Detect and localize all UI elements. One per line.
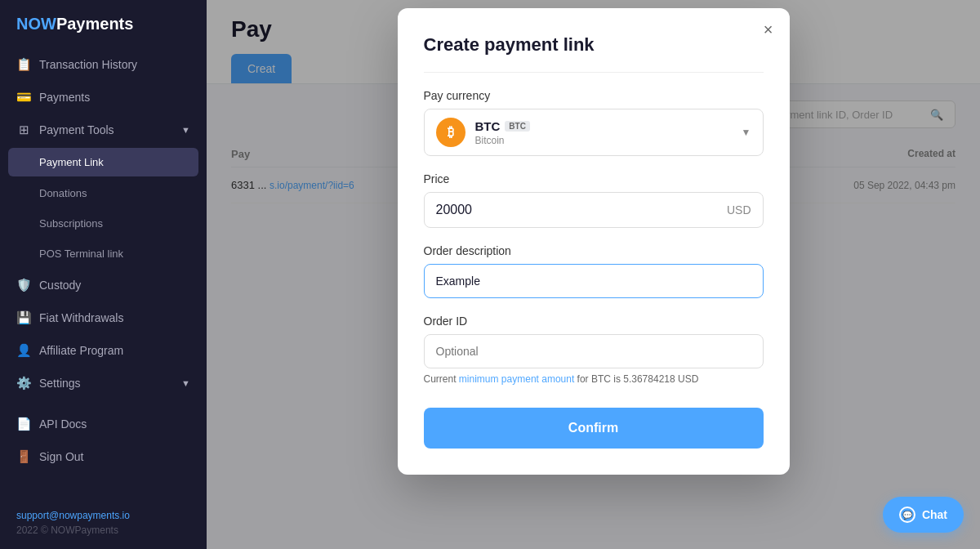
modal-title: Create payment link (424, 34, 764, 56)
price-label: Price (424, 172, 764, 185)
order-id-group: Order ID Current minimum payment amount … (424, 315, 764, 385)
hint-prefix: Current (424, 373, 459, 385)
chat-button[interactable]: 💬 Chat (883, 497, 964, 533)
sidebar-label-custody: Custody (39, 279, 81, 292)
sidebar-item-api-docs[interactable]: 📄 API Docs (0, 408, 207, 440)
settings-icon: ⚙️ (16, 376, 31, 391)
order-description-group: Order description (424, 244, 764, 298)
sidebar-item-pos-terminal[interactable]: POS Terminal link (0, 239, 207, 269)
pay-currency-group: Pay currency ₿ BTC BTC Bitcoin ▼ (424, 89, 764, 156)
currency-name: BTC BTC (475, 119, 732, 133)
sidebar-item-settings[interactable]: ⚙️ Settings ▼ (0, 367, 207, 399)
chat-icon: 💬 (899, 507, 915, 523)
order-description-label: Order description (424, 244, 764, 257)
sidebar-label-subscriptions: Subscriptions (39, 217, 103, 230)
currency-dropdown-arrow: ▼ (742, 127, 751, 138)
sidebar-item-subscriptions[interactable]: Subscriptions (0, 208, 207, 239)
price-group: Price 20000 USD (424, 172, 764, 228)
payment-tools-arrow: ▼ (181, 125, 190, 135)
hint-suffix: for BTC is 5.36784218 USD (574, 373, 698, 385)
currency-symbol-text: BTC (475, 119, 501, 133)
transaction-history-icon: 📋 (16, 57, 31, 72)
modal-overlay: × Create payment link Pay currency ₿ BTC… (207, 0, 980, 549)
order-id-input[interactable] (424, 334, 764, 368)
affiliate-icon: 👤 (16, 343, 31, 358)
pay-currency-label: Pay currency (424, 89, 764, 102)
sidebar-label-affiliate-program: Affiliate Program (39, 344, 123, 357)
sidebar-label-payment-tools: Payment Tools (39, 123, 114, 136)
minimum-payment-hint: Current minimum payment amount for BTC i… (424, 373, 764, 385)
sidebar-item-transaction-history[interactable]: 📋 Transaction History (0, 48, 207, 81)
logo-payments: Payments (56, 15, 134, 33)
sidebar-item-custody[interactable]: 🛡️ Custody (0, 269, 207, 301)
logo-now: NOW (16, 15, 56, 33)
copyright-text: 2022 © NOWPayments (16, 524, 190, 536)
chat-label: Chat (922, 508, 947, 521)
sidebar-footer: support@nowpayments.io 2022 © NOWPayment… (0, 500, 207, 549)
payment-tools-icon: ⊞ (16, 123, 31, 137)
sidebar-item-donations[interactable]: Donations (0, 178, 207, 208)
sidebar-label-settings: Settings (39, 377, 81, 390)
minimum-payment-link[interactable]: minimum payment amount (459, 373, 574, 385)
sidebar-item-fiat-withdrawals[interactable]: 💾 Fiat Withdrawals (0, 301, 207, 334)
sidebar: NOWPayments 📋 Transaction History 💳 Paym… (0, 0, 207, 549)
sidebar-label-payments: Payments (39, 91, 90, 104)
price-value: 20000 (436, 203, 727, 217)
sidebar-logo: NOWPayments (0, 0, 207, 48)
currency-badge: BTC (505, 121, 530, 132)
payments-icon: 💳 (16, 90, 31, 105)
currency-selector[interactable]: ₿ BTC BTC Bitcoin ▼ (424, 109, 764, 156)
price-input-container[interactable]: 20000 USD (424, 192, 764, 228)
sidebar-item-payments[interactable]: 💳 Payments (0, 81, 207, 114)
sidebar-label-fiat-withdrawals: Fiat Withdrawals (39, 311, 123, 324)
sidebar-label-pos-terminal: POS Terminal link (39, 248, 123, 260)
settings-arrow: ▼ (181, 378, 190, 388)
confirm-button[interactable]: Confirm (424, 408, 764, 449)
sidebar-label-api-docs: API Docs (39, 417, 87, 431)
modal-create-payment-link: × Create payment link Pay currency ₿ BTC… (398, 8, 790, 475)
modal-close-button[interactable]: × (764, 21, 773, 38)
sidebar-item-sign-out[interactable]: 🚪 Sign Out (0, 440, 207, 473)
sidebar-nav: 📋 Transaction History 💳 Payments ⊞ Payme… (0, 48, 207, 500)
sidebar-label-payment-link: Payment Link (39, 156, 104, 168)
order-description-input[interactable] (424, 264, 764, 298)
custody-icon: 🛡️ (16, 278, 31, 292)
modal-divider (424, 72, 764, 73)
sidebar-label-donations: Donations (39, 187, 87, 199)
order-id-label: Order ID (424, 315, 764, 328)
api-docs-icon: 📄 (16, 417, 31, 431)
currency-full-name: Bitcoin (475, 135, 732, 146)
sidebar-item-payment-link[interactable]: Payment Link (8, 148, 198, 176)
sidebar-item-affiliate-program[interactable]: 👤 Affiliate Program (0, 334, 207, 367)
btc-icon: ₿ (436, 118, 466, 147)
main-content: Pay Creat ⇅ Payment link ID, Order ID 🔍 … (207, 0, 980, 549)
btc-symbol: ₿ (448, 125, 454, 140)
currency-info: BTC BTC Bitcoin (475, 119, 732, 146)
price-currency: USD (727, 203, 751, 216)
sidebar-label-sign-out: Sign Out (39, 450, 83, 463)
sidebar-label-transaction-history: Transaction History (39, 58, 137, 71)
sidebar-item-payment-tools[interactable]: ⊞ Payment Tools ▼ (0, 114, 207, 146)
fiat-withdrawals-icon: 💾 (16, 310, 31, 325)
sign-out-icon: 🚪 (16, 449, 31, 464)
support-email-link[interactable]: support@nowpayments.io (16, 510, 130, 521)
